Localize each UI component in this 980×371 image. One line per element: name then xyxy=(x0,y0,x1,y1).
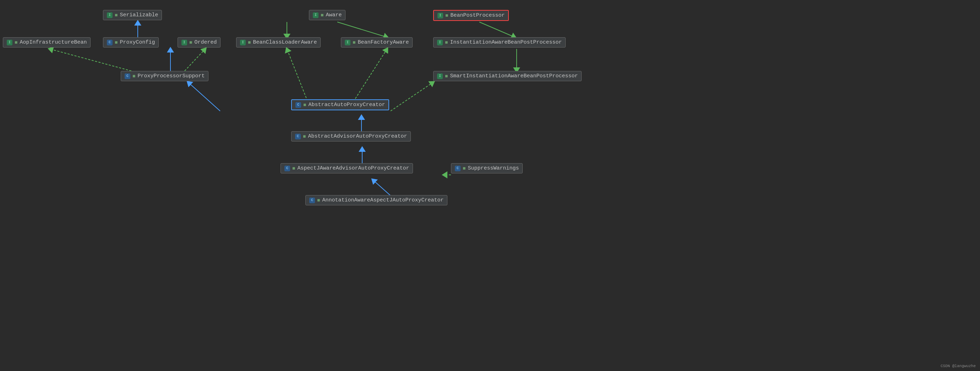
badge-abstractautoproxy: C xyxy=(296,102,301,108)
badge-abstractadvisor: C xyxy=(295,134,301,140)
label-serializable: Serializable xyxy=(120,12,158,18)
node-annotationawareaspectj: C ■ AnnotationAwareAspectJAutoProxyCreat… xyxy=(305,195,447,205)
badge-proxyprocessorsupport: C xyxy=(125,73,130,79)
label-aspectjawareadvisor: AspectJAwareAdvisorAutoProxyCreator xyxy=(297,165,409,171)
node-aopinfrastructurebean: I ■ AopInfrastructureBean xyxy=(3,37,91,48)
badge-beanpostprocessor: I xyxy=(438,13,443,19)
label-abstractautoproxy: AbstractAutoProxyCreator xyxy=(308,102,385,108)
svg-line-14 xyxy=(287,49,309,105)
label-beanfactoryaware: BeanFactoryAware xyxy=(358,40,409,45)
badge-proxyconfig: C xyxy=(107,40,113,45)
svg-line-6 xyxy=(50,49,131,71)
label-aopinfrastructurebean: AopInfrastructureBean xyxy=(19,40,87,45)
badge-beanfactoryaware: I xyxy=(345,40,350,45)
badge-suppresswarnings: C xyxy=(455,166,461,171)
label-proxyprocessorsupport: ProxyProcessorSupport xyxy=(137,73,205,79)
arrows-svg xyxy=(0,0,980,371)
node-suppresswarnings: C ■ SuppressWarnings xyxy=(451,163,523,173)
svg-line-9 xyxy=(479,22,515,37)
label-suppresswarnings: SuppressWarnings xyxy=(468,165,519,171)
svg-line-5 xyxy=(185,49,205,71)
node-instantiationawarebeanpostprocessor: I ■ InstantiationAwareBeanPostProcessor xyxy=(433,37,566,48)
node-beanpostprocessor: I ■ BeanPostProcessor xyxy=(433,10,509,21)
badge-beanclassloaderaware: I xyxy=(240,40,246,45)
node-proxyprocessorsupport: C ■ ProxyProcessorSupport xyxy=(121,71,208,81)
node-aspectjawareadvisor: C ■ AspectJAwareAdvisorAutoProxyCreator xyxy=(280,163,413,173)
label-aware: Aware xyxy=(326,12,342,18)
badge-aopinfrastructurebean: I xyxy=(7,40,13,45)
label-proxyconfig: ProxyConfig xyxy=(120,40,155,45)
node-aware: I ■ Aware xyxy=(309,10,345,20)
svg-line-8 xyxy=(337,22,387,37)
label-beanclassloaderaware: BeanClassLoaderAware xyxy=(253,40,317,45)
badge-instantiationaware: I xyxy=(437,40,443,45)
label-instantiationaware: InstantiationAwareBeanPostProcessor xyxy=(450,40,562,45)
badge-serializable: I xyxy=(107,13,113,18)
node-abstractadvisorautoproxycreator: C ■ AbstractAdvisorAutoProxyCreator xyxy=(291,131,411,141)
watermark: CSDN @langwuzhe xyxy=(940,364,976,368)
label-ordered: Ordered xyxy=(194,40,216,45)
node-beanfactoryaware: I ■ BeanFactoryAware xyxy=(341,37,413,48)
node-ordered: I ■ Ordered xyxy=(178,37,221,48)
node-proxyconfig: C ■ ProxyConfig xyxy=(103,37,159,48)
badge-smartinstantiation: I xyxy=(437,73,443,79)
diagram-container: I ■ Serializable I ■ Aware I ■ BeanPostP… xyxy=(0,0,980,371)
node-smartinstantiationaware: I ■ SmartInstantiationAwareBeanPostProce… xyxy=(433,71,582,81)
label-smartinstantiation: SmartInstantiationAwareBeanPostProcessor xyxy=(450,73,578,79)
label-beanpostprocessor: BeanPostProcessor xyxy=(450,13,504,19)
badge-annotationaware: C xyxy=(309,198,315,203)
svg-line-12 xyxy=(391,82,433,111)
label-annotationaware: AnnotationAwareAspectJAutoProxyCreator xyxy=(322,197,444,203)
label-abstractadvisor: AbstractAdvisorAutoProxyCreator xyxy=(308,133,407,140)
svg-line-11 xyxy=(188,82,220,111)
node-serializable: I ■ Serializable xyxy=(103,10,162,20)
node-beanclassloaderaware: I ■ BeanClassLoaderAware xyxy=(236,37,321,48)
badge-ordered: I xyxy=(181,40,187,45)
node-abstractautoproxycreator: C ■ AbstractAutoProxyCreator xyxy=(291,99,389,110)
badge-aspectjawareadvisor: C xyxy=(285,166,290,171)
badge-aware: I xyxy=(313,13,318,18)
svg-line-13 xyxy=(352,49,387,105)
